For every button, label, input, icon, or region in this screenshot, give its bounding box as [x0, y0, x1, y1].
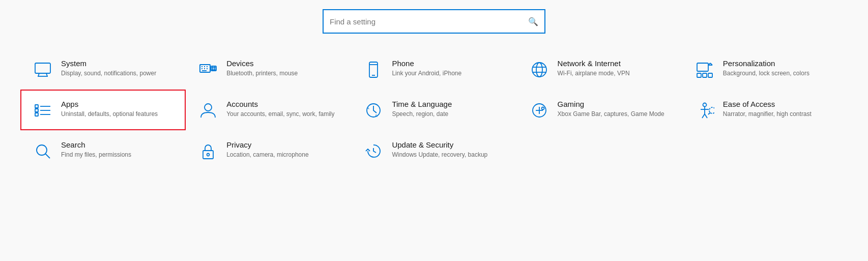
setting-title-phone: Phone [392, 59, 461, 68]
setting-item-phone[interactable]: Phone Link your Android, iPhone [351, 49, 516, 90]
search-icon [32, 141, 54, 161]
setting-title-privacy: Privacy [226, 140, 308, 149]
setting-title-apps: Apps [61, 100, 158, 108]
search-bar: 🔍 [0, 0, 868, 39]
svg-rect-29 [697, 73, 701, 77]
setting-desc-search: Find my files, permissions [61, 151, 131, 159]
phone-icon [362, 60, 385, 79]
svg-text:A: A [367, 106, 369, 110]
setting-text-devices: Devices Bluetooth, printers, mouse [226, 59, 298, 78]
setting-text-personalization: Personalization Background, lock screen,… [723, 59, 809, 78]
setting-desc-privacy: Location, camera, microphone [226, 151, 308, 159]
svg-point-14 [212, 67, 213, 68]
setting-title-easeofaccess: Ease of Access [723, 100, 812, 108]
setting-item-accounts[interactable]: Accounts Your accounts, email, sync, wor… [186, 90, 351, 130]
setting-title-system: System [61, 59, 156, 68]
svg-point-46 [703, 103, 706, 107]
easeofaccess-icon [693, 101, 716, 120]
setting-title-network: Network & Internet [558, 59, 630, 68]
globe-icon [528, 60, 551, 79]
accounts-icon [197, 101, 219, 120]
setting-desc-devices: Bluetooth, printers, mouse [226, 69, 298, 78]
gaming-icon [528, 101, 551, 120]
svg-line-49 [702, 114, 705, 118]
setting-item-update[interactable]: Update & Security Windows Update, recove… [351, 130, 516, 171]
svg-rect-34 [35, 113, 38, 116]
setting-title-gaming: Gaming [558, 100, 664, 108]
setting-item-devices[interactable]: Devices Bluetooth, printers, mouse [186, 49, 351, 90]
setting-text-privacy: Privacy Location, camera, microphone [226, 140, 308, 159]
setting-text-search: Search Find my files, permissions [61, 140, 131, 159]
svg-line-50 [705, 114, 707, 118]
svg-rect-33 [35, 109, 38, 112]
setting-text-gaming: Gaming Xbox Game Bar, captures, Game Mod… [558, 100, 664, 119]
setting-text-time: Time & Language Speech, region, date [392, 100, 452, 119]
setting-item-easeofaccess[interactable]: Ease of Access Narrator, magnifier, high… [682, 90, 848, 130]
setting-item-personalization[interactable]: Personalization Background, lock screen,… [682, 49, 848, 90]
setting-item-time[interactable]: AA Time & Language Speech, region, date [351, 90, 516, 130]
svg-point-17 [214, 69, 215, 70]
setting-text-easeofaccess: Ease of Access Narrator, magnifier, high… [723, 100, 812, 119]
svg-point-16 [212, 69, 213, 70]
svg-point-15 [214, 67, 215, 68]
setting-text-phone: Phone Link your Android, iPhone [392, 59, 461, 78]
setting-title-accounts: Accounts [226, 100, 334, 108]
search-icon: 🔍 [528, 17, 538, 26]
setting-item-search[interactable]: Search Find my files, permissions [20, 130, 186, 171]
svg-point-45 [541, 107, 544, 110]
setting-desc-network: Wi-Fi, airplane mode, VPN [558, 69, 630, 78]
setting-desc-phone: Link your Android, iPhone [392, 69, 461, 78]
settings-grid: System Display, sound, notifications, po… [0, 39, 868, 176]
apps-icon [32, 101, 54, 120]
setting-desc-personalization: Background, lock screen, colors [723, 69, 809, 78]
setting-title-search: Search [61, 140, 131, 149]
setting-desc-accounts: Your accounts, email, sync, work, family [226, 110, 334, 119]
setting-text-apps: Apps Uninstall, defaults, optional featu… [61, 100, 158, 119]
svg-point-22 [536, 63, 542, 77]
svg-rect-0 [35, 63, 50, 73]
keyboard-icon [197, 60, 219, 79]
update-icon [362, 141, 385, 161]
svg-point-38 [205, 104, 212, 111]
svg-rect-31 [708, 73, 712, 77]
svg-line-54 [45, 154, 50, 158]
svg-rect-55 [203, 151, 213, 159]
setting-text-system: System Display, sound, notifications, po… [61, 59, 156, 78]
svg-line-52 [708, 112, 710, 114]
time-icon: AA [362, 101, 385, 120]
personalization-icon [693, 60, 716, 79]
setting-item-network[interactable]: Network & Internet Wi-Fi, airplane mode,… [517, 49, 682, 90]
svg-point-21 [532, 63, 546, 77]
svg-rect-25 [697, 63, 708, 71]
setting-title-personalization: Personalization [723, 59, 809, 68]
monitor-icon [32, 60, 54, 79]
privacy-icon [197, 141, 219, 161]
setting-desc-gaming: Xbox Game Bar, captures, Game Mode [558, 110, 664, 119]
setting-text-network: Network & Internet Wi-Fi, airplane mode,… [558, 59, 630, 78]
setting-item-gaming[interactable]: Gaming Xbox Game Bar, captures, Game Mod… [517, 90, 682, 130]
setting-desc-time: Speech, region, date [392, 110, 452, 119]
setting-desc-apps: Uninstall, defaults, optional features [61, 110, 158, 119]
search-container: 🔍 [323, 9, 545, 34]
setting-item-apps[interactable]: Apps Uninstall, defaults, optional featu… [20, 90, 186, 130]
setting-desc-easeofaccess: Narrator, magnifier, high contrast [723, 110, 812, 119]
svg-rect-30 [703, 73, 707, 77]
setting-text-update: Update & Security Windows Update, recove… [392, 140, 487, 159]
setting-title-time: Time & Language [392, 100, 452, 108]
search-input[interactable] [330, 17, 528, 26]
setting-desc-update: Windows Update, recovery, backup [392, 151, 487, 159]
svg-text:A: A [375, 114, 378, 118]
svg-rect-32 [35, 105, 38, 108]
setting-item-privacy[interactable]: Privacy Location, camera, microphone [186, 130, 351, 171]
setting-title-update: Update & Security [392, 140, 487, 149]
setting-title-devices: Devices [226, 59, 298, 68]
setting-desc-system: Display, sound, notifications, power [61, 69, 156, 78]
setting-item-system[interactable]: System Display, sound, notifications, po… [20, 49, 186, 90]
setting-text-accounts: Accounts Your accounts, email, sync, wor… [226, 100, 334, 119]
svg-point-56 [207, 154, 210, 156]
